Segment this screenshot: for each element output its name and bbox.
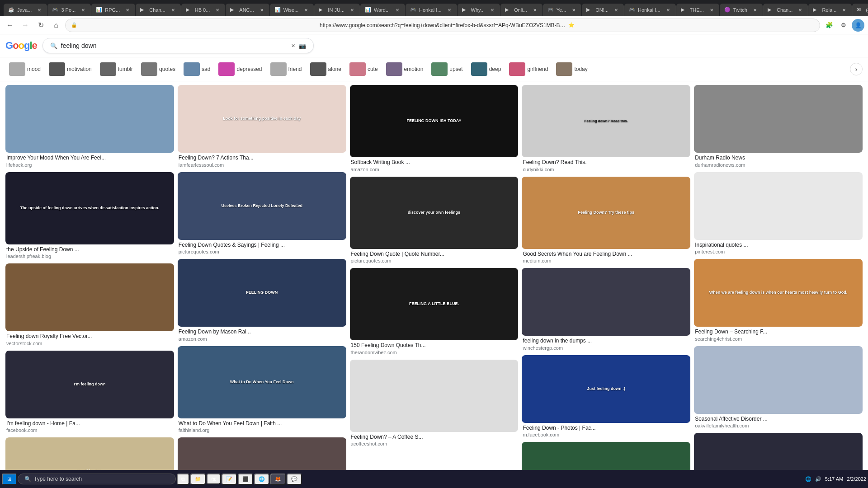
filter-chip-friend[interactable]: friend bbox=[267, 61, 306, 77]
start-button[interactable]: ⊞ bbox=[2, 474, 17, 485]
image-item[interactable]: Improve Your Mood When You Are Feel...li… bbox=[5, 85, 174, 169]
taskbar-discord[interactable]: 💬 bbox=[287, 474, 302, 485]
tab-wise[interactable]: 📊Wise...✕ bbox=[270, 4, 314, 16]
tab-close-the[interactable]: ✕ bbox=[708, 7, 715, 13]
tab-java[interactable]: ☕Java...✕ bbox=[4, 4, 47, 16]
taskbar-cmd[interactable]: ⬛ bbox=[238, 474, 253, 485]
taskbar-store[interactable]: 🛍 bbox=[207, 474, 221, 484]
taskbar-search[interactable]: 🔍 Type here to search bbox=[18, 474, 176, 484]
tab-close-anc[interactable]: ✕ bbox=[259, 7, 265, 13]
tab-close-on[interactable]: ✕ bbox=[613, 7, 619, 13]
tab-hb0[interactable]: ▶HB 0...✕ bbox=[181, 4, 226, 16]
filter-chip-girlfriend[interactable]: girlfriend bbox=[505, 61, 552, 77]
tab-inj[interactable]: ▶IN JU...✕ bbox=[314, 4, 360, 16]
image-item[interactable]: I'm feeling downI'm feeling down - Home … bbox=[5, 351, 174, 434]
tab-why[interactable]: ▶Why...✕ bbox=[458, 4, 500, 16]
tab-honkai2[interactable]: 🎮Honkai I...✕ bbox=[624, 4, 676, 16]
tab-close-rel[interactable]: ✕ bbox=[841, 7, 847, 13]
filter-chip-depressed[interactable]: depressed bbox=[215, 61, 265, 77]
image-item[interactable]: Feeling Down? Try these tipsGood Secrets… bbox=[522, 177, 690, 265]
tab-on[interactable]: ▶ON!...✕ bbox=[582, 4, 624, 16]
filter-chip-deep[interactable]: deep bbox=[467, 61, 505, 77]
tab-anc[interactable]: ▶ANC...✕ bbox=[226, 4, 269, 16]
extensions-button[interactable]: 🧩 bbox=[823, 19, 835, 32]
tab-close-onl[interactable]: ✕ bbox=[532, 7, 538, 13]
image-item[interactable]: Ask for Help When You're Feeling Downhap… bbox=[178, 437, 346, 470]
tab-close-hb0[interactable]: ✕ bbox=[214, 7, 221, 13]
tab-the[interactable]: ▶THE...✕ bbox=[676, 4, 719, 16]
tab-close-inj[interactable]: ✕ bbox=[349, 7, 355, 13]
tab-ye[interactable]: 🎮Ye...✕ bbox=[543, 4, 582, 16]
image-item[interactable]: When we are feeling down is when our hea… bbox=[694, 259, 863, 343]
tab-rel[interactable]: ▶Rela...✕ bbox=[808, 4, 852, 16]
profile-button[interactable]: 👤 bbox=[852, 19, 864, 32]
tab-rpg[interactable]: 📊RPG...✕ bbox=[91, 4, 135, 16]
image-item[interactable]: discover your own feelingsFeeling Down Q… bbox=[350, 177, 519, 265]
home-button[interactable]: ⌂ bbox=[50, 19, 62, 32]
tab-close-3p[interactable]: ✕ bbox=[80, 7, 86, 13]
image-item[interactable]: The upside of feeling down arrives when … bbox=[5, 172, 174, 260]
image-item[interactable]: FEELING A LITTLE BLUE.150 Feeling Down Q… bbox=[350, 268, 519, 356]
image-item[interactable]: Ever Feel Down and Depressed? How to ...… bbox=[694, 433, 863, 470]
tab-close-honkai1[interactable]: ✕ bbox=[446, 7, 453, 13]
taskbar-vscode[interactable]: 📝 bbox=[222, 474, 237, 485]
image-item[interactable]: What to Do When You Feel DownWhat to Do … bbox=[178, 346, 346, 434]
tab-chan1[interactable]: ▶Chan...✕ bbox=[136, 4, 180, 16]
tab-chan2[interactable]: ▶Chan...✕ bbox=[763, 4, 808, 16]
settings-button[interactable]: ⚙ bbox=[837, 19, 850, 32]
back-button[interactable]: ← bbox=[4, 19, 16, 32]
tab-close-chan2[interactable]: ✕ bbox=[797, 7, 803, 13]
filter-chip-motivation[interactable]: motivation bbox=[45, 61, 95, 77]
taskbar-firefox[interactable]: 🦊 bbox=[270, 474, 286, 485]
tab-close-twitch[interactable]: ✕ bbox=[752, 7, 758, 13]
tab-close-why[interactable]: ✕ bbox=[489, 7, 495, 13]
tab-email[interactable]: ✉(4,99...✕ bbox=[852, 4, 868, 16]
tab-3p[interactable]: 🎮3 Po...✕ bbox=[47, 4, 91, 16]
taskbar-task-view[interactable]: ⧉ bbox=[177, 474, 189, 485]
image-item[interactable]: Feeling down? Read this.Feeling Down? Re… bbox=[522, 85, 690, 173]
taskbar-explorer[interactable]: 📁 bbox=[190, 474, 206, 485]
tab-close-chan1[interactable]: ✕ bbox=[170, 7, 176, 13]
tab-twitch[interactable]: 🟣Twitch✕ bbox=[720, 4, 763, 16]
filter-chip-sad[interactable]: sad bbox=[180, 61, 214, 77]
image-item[interactable]: FEELING DOWNFeeling Down by Mason Rai...… bbox=[178, 259, 346, 343]
filter-chip-alone[interactable]: alone bbox=[307, 61, 345, 77]
tab-onl[interactable]: ▶Onli...✕ bbox=[500, 4, 542, 16]
tab-close-java[interactable]: ✕ bbox=[36, 7, 42, 13]
filter-chip-upset[interactable]: upset bbox=[428, 61, 466, 77]
image-item[interactable]: Just feeling down :(Feeling Down - Photo… bbox=[522, 355, 690, 439]
image-item[interactable]: You'll be OK.yourself when you're feelin… bbox=[5, 437, 174, 470]
image-item[interactable]: Feeling down Royalty Free Vector...vecto… bbox=[5, 263, 174, 347]
filter-arrow[interactable]: › bbox=[850, 63, 863, 75]
image-title: Feeling Down? Read This. bbox=[523, 159, 689, 166]
forward-button[interactable]: → bbox=[19, 19, 32, 32]
tab-label-on: ON!... bbox=[595, 7, 609, 13]
image-item[interactable]: Useless Broken Rejected Lonely DefeatedF… bbox=[178, 172, 346, 256]
filter-chip-mood[interactable]: mood bbox=[5, 61, 44, 77]
taskbar-edge[interactable]: 🌐 bbox=[254, 474, 269, 485]
tab-close-wise[interactable]: ✕ bbox=[303, 7, 309, 13]
filter-chip-cute[interactable]: cute bbox=[346, 61, 382, 77]
image-item[interactable]: Seasonal Affective Disorder ...oakvillef… bbox=[694, 346, 863, 430]
image-item[interactable]: That feeling when you don't even know wt… bbox=[522, 442, 690, 470]
reload-button[interactable]: ↻ bbox=[34, 19, 47, 32]
tab-close-ward[interactable]: ✕ bbox=[394, 7, 401, 13]
image-source: medium.com bbox=[523, 258, 689, 263]
tab-close-rpg[interactable]: ✕ bbox=[124, 7, 131, 13]
filter-chip-tumblr[interactable]: tumblr bbox=[96, 61, 137, 77]
image-item[interactable]: Look for something positive in each dayF… bbox=[178, 85, 346, 169]
tab-label-anc: ANC... bbox=[239, 7, 254, 13]
filter-chip-today[interactable]: today bbox=[552, 61, 591, 77]
tab-close-honkai2[interactable]: ✕ bbox=[665, 7, 671, 13]
filter-chip-quotes[interactable]: quotes bbox=[137, 61, 179, 77]
filter-chip-emotion[interactable]: emotion bbox=[382, 61, 427, 77]
tab-close-ye[interactable]: ✕ bbox=[571, 7, 577, 13]
tab-ward[interactable]: 📊Ward...✕ bbox=[360, 4, 405, 16]
image-item[interactable]: Durham Radio Newsdurhamradionews.com bbox=[694, 85, 863, 169]
image-item[interactable]: FEELING DOWN-ISH TODAYSoftback Writing B… bbox=[350, 85, 519, 173]
image-item[interactable]: feeling down in the dumps ...winchesterg… bbox=[522, 268, 690, 352]
tab-honkai1[interactable]: 🎮Honkai I...✕ bbox=[406, 4, 457, 16]
image-item[interactable]: Inspirational quotes ...pinterest.com bbox=[694, 172, 863, 256]
address-bar[interactable]: 🔒 https://www.google.com/search?q=feelin… bbox=[65, 19, 820, 32]
image-item[interactable]: Feeling Down? – A Coffee S...acoffeeshot… bbox=[350, 360, 519, 448]
